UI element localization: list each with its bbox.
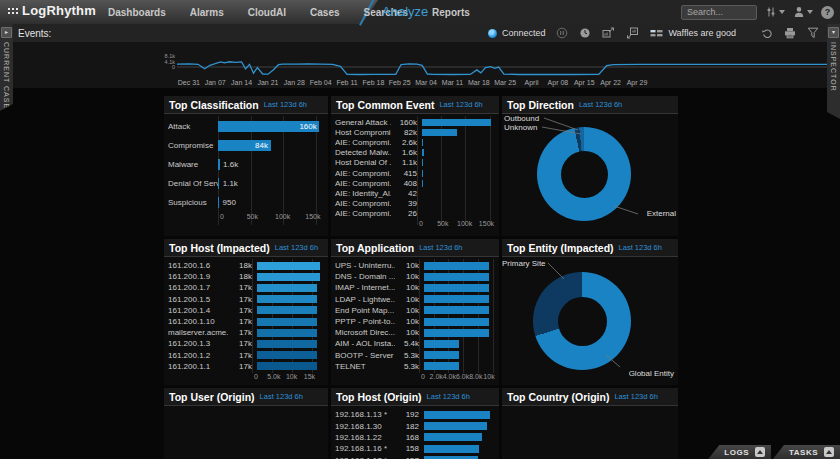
bar-value: 950 [223,198,236,207]
bar-label: 161.200.1.6 [168,261,228,270]
clock-icon[interactable] [579,27,591,39]
bar[interactable] [424,351,459,359]
panel-time-range[interactable]: Last 123d 6h [427,392,470,401]
bar[interactable] [422,159,423,166]
bar[interactable] [424,284,489,292]
expand-logs-icon[interactable] [755,447,765,457]
bar[interactable] [424,295,489,303]
nav-item-cases[interactable]: Cases [298,7,351,18]
bar[interactable] [422,139,423,146]
nav-item-alarms[interactable]: Alarms [178,7,236,18]
print-icon[interactable] [784,27,796,39]
analyze-dashboard: LogRhythm DashboardsAlarmsCloudAICasesSe… [0,0,840,459]
bar[interactable] [424,433,482,441]
panel-time-range[interactable]: Last 123d 6h [275,243,318,252]
panel-header: Top User (Origin)Last 123d 6h [164,388,328,406]
expand-current-case-icon[interactable]: ▸ [1,27,12,38]
undo-icon[interactable] [761,27,773,39]
donut-segment-label: Outbound [504,114,539,123]
bar[interactable] [257,284,317,292]
bar[interactable] [424,340,459,348]
save-view-icon[interactable] [626,27,639,39]
logs-tab[interactable]: LOGS [708,445,771,459]
help-icon[interactable]: ? [821,6,834,19]
bar[interactable] [424,445,479,453]
bar-row: 192.168.1.17 *157 [335,455,495,459]
layout-columns-icon[interactable] [650,28,663,39]
nav-item-reports[interactable]: Reports [420,7,482,18]
events-timeline[interactable]: 8.1k4.1k0 Dec 31Jan 07Jan 14Jan 21Jan 28… [160,55,836,89]
panel-time-range[interactable]: Last 123d 6h [264,100,307,109]
bar-row: AIE: Compromi...2.6k [335,137,495,147]
tasks-tab[interactable]: TASKS [773,445,840,459]
bar[interactable] [257,295,317,303]
bar[interactable] [424,329,489,337]
bar-label: AIE: Compromi... [335,199,391,208]
inspector-tab[interactable]: ▾ INSPECTOR [827,24,840,119]
bar[interactable] [422,170,423,177]
bar-label: 161.200.1.4 [168,306,228,315]
bar-label: UPS - Uninterru... [335,261,395,270]
export-chart-icon[interactable] [602,27,615,39]
bar[interactable] [257,362,317,370]
nav-item-analyze[interactable]: Analyze [382,4,428,19]
bar[interactable] [422,129,457,136]
connected-indicator-icon [488,29,497,38]
axis-tick: 150k [479,220,494,227]
filter-icon[interactable] [807,27,819,39]
bar[interactable] [422,119,491,126]
bar[interactable] [257,318,317,326]
panel-classification: Top ClassificationLast 123d 6hAttack160k… [164,96,328,236]
preferences-menu[interactable] [765,6,785,18]
panel-time-range[interactable]: Last 123d 6h [619,243,662,252]
pause-icon[interactable] [556,27,568,39]
timeline-x-label: Jan 21 [257,79,278,86]
bar[interactable] [422,180,423,187]
bar[interactable] [424,306,489,314]
timeline-chart[interactable] [177,55,836,77]
bar-label: 192.168.1.16 * [335,444,395,453]
bar-value: 39 [391,199,422,208]
layout-name-label[interactable]: Waffles are good [668,28,736,38]
bar[interactable] [218,159,220,170]
bar[interactable] [424,262,489,270]
panel-time-range[interactable]: Last 123d 6h [614,392,657,401]
bar-track [257,305,324,316]
bar-label: mailserver.acme... [168,328,228,337]
panel-body: Global EntityPrimary Site [502,257,678,385]
bar[interactable] [218,178,219,189]
bar[interactable] [424,318,489,326]
panel-direction: Top DirectionLast 123d 6hOutboundUnknown… [502,96,678,236]
bar-value: 10k [395,328,424,337]
bar-value: 1.6k [223,160,238,169]
bar[interactable] [257,306,317,314]
bar[interactable] [218,197,219,208]
axis-tick: 5.0k [267,373,280,380]
nav-item-dashboards[interactable]: Dashboards [96,7,178,18]
bar[interactable] [257,329,317,337]
bar[interactable] [424,411,490,419]
donut-segment-label: Unknown [504,123,537,132]
bar[interactable] [257,273,320,281]
expand-tasks-icon[interactable] [824,447,834,457]
current-case-tab[interactable]: ▸ CURRENT CASE [0,24,13,111]
panel-time-range[interactable]: Last 123d 6h [579,100,622,109]
bar[interactable] [257,340,317,348]
bar[interactable] [424,273,489,281]
expand-inspector-icon[interactable]: ▾ [828,27,839,38]
bar-label: AIE: Compromi... [335,138,391,147]
user-menu[interactable] [793,6,813,18]
panel-time-range[interactable]: Last 123d 6h [439,100,482,109]
bar-row: Detected Malw...1.6k [335,148,495,158]
bar-value: 1.6k [391,148,422,157]
bar[interactable] [422,149,424,156]
bar[interactable] [257,351,317,359]
panel-time-range[interactable]: Last 123d 6h [260,392,303,401]
logo[interactable]: LogRhythm [7,3,96,18]
bar[interactable] [424,362,459,370]
search-input[interactable] [681,5,757,20]
panel-time-range[interactable]: Last 123d 6h [419,243,462,252]
bar[interactable] [424,422,487,430]
nav-item-cloudai[interactable]: CloudAI [236,7,298,18]
bar[interactable] [257,262,320,270]
